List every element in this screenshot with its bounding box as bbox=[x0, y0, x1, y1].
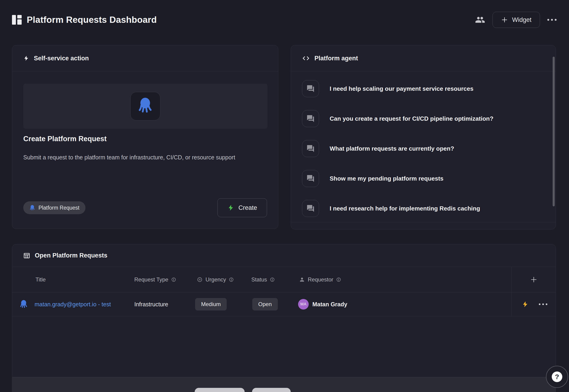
column-header-request-type[interactable]: Request Type bbox=[134, 276, 176, 283]
row-title-link[interactable]: matan.grady@getport.io - test bbox=[35, 301, 111, 308]
table-header-row: Title Request Type Urgency Status bbox=[12, 267, 556, 293]
agent-suggestion-item[interactable]: What platform requests are currently ope… bbox=[302, 134, 556, 164]
platform-request-chip-label: Platform Request bbox=[39, 205, 79, 211]
agent-suggestion-item[interactable]: Can you create a request for CI/CD pipel… bbox=[302, 104, 556, 134]
self-service-action-card: Self-service action Create bbox=[12, 45, 278, 229]
open-platform-requests-card: Open Platform Requests Title Request Typ… bbox=[12, 244, 556, 392]
status-badge: Open bbox=[252, 298, 278, 310]
info-icon[interactable] bbox=[336, 277, 341, 282]
topbar-actions: Widget bbox=[475, 12, 556, 28]
chat-bubble-icon[interactable] bbox=[302, 140, 319, 157]
page-title: Platform Requests Dashboard bbox=[27, 15, 157, 25]
row-menu-ellipsis-icon[interactable] bbox=[539, 304, 547, 305]
horizontal-scrollbar-thumb[interactable] bbox=[195, 388, 245, 392]
octopus-icon bbox=[19, 300, 28, 309]
horizontal-scrollbar-thumb[interactable] bbox=[252, 388, 291, 392]
agent-suggestion-list: I need help scaling our payment service … bbox=[291, 71, 556, 222]
column-label: Requestor bbox=[308, 276, 333, 283]
octopus-icon bbox=[29, 205, 35, 211]
column-header-urgency[interactable]: Urgency bbox=[197, 276, 234, 283]
vertical-scrollbar-thumb[interactable] bbox=[553, 57, 555, 206]
bolt-icon bbox=[23, 55, 29, 61]
chat-bubble-icon[interactable] bbox=[302, 80, 319, 97]
platform-agent-card: Platform agent I need help scaling our p… bbox=[291, 45, 556, 229]
self-service-card-header: Self-service action bbox=[12, 45, 278, 71]
radio-button-icon bbox=[197, 277, 203, 283]
table-card-title: Open Platform Requests bbox=[35, 252, 107, 259]
column-header-requestor[interactable]: Requestor bbox=[299, 276, 341, 283]
agent-suggestion-item[interactable]: I need research help for implementing Re… bbox=[302, 194, 556, 222]
create-button[interactable]: Create bbox=[217, 198, 267, 217]
action-banner bbox=[23, 84, 268, 129]
chat-bubble-icon[interactable] bbox=[302, 110, 319, 127]
agent-suggestion-item[interactable]: Show me my pending platform requests bbox=[302, 164, 556, 194]
requestor-name: Matan Grady bbox=[312, 301, 347, 308]
platform-requests-dashboard: Platform Requests Dashboard Widget Self-… bbox=[0, 0, 569, 392]
requestor-avatar: MA bbox=[298, 299, 309, 309]
octopus-icon bbox=[137, 97, 154, 115]
info-icon[interactable] bbox=[171, 277, 176, 282]
action-logo-tile bbox=[130, 92, 160, 120]
platform-request-chip[interactable]: Platform Request bbox=[23, 201, 85, 214]
topbar: Platform Requests Dashboard Widget bbox=[12, 8, 556, 31]
people-icon[interactable] bbox=[475, 15, 485, 25]
agent-suggestion-text: Show me my pending platform requests bbox=[330, 175, 443, 182]
action-title: Create Platform Request bbox=[23, 135, 107, 143]
column-header-title[interactable]: Title bbox=[35, 276, 46, 283]
question-mark-icon: ? bbox=[552, 372, 562, 382]
agent-suggestion-text: Can you create a request for CI/CD pipel… bbox=[330, 115, 493, 122]
person-icon bbox=[299, 277, 305, 283]
table-footer bbox=[12, 377, 556, 392]
row-request-type: Infrastructure bbox=[134, 301, 168, 308]
table-card-header: Open Platform Requests bbox=[12, 244, 556, 267]
agent-suggestion-item[interactable]: I need help scaling our payment service … bbox=[302, 74, 556, 104]
column-label: Title bbox=[35, 276, 46, 283]
platform-agent-card-header: Platform agent bbox=[291, 45, 556, 71]
info-icon[interactable] bbox=[229, 277, 234, 282]
page-menu-ellipsis-icon[interactable] bbox=[547, 19, 556, 21]
dashboard-icon bbox=[12, 15, 22, 25]
agent-suggestion-text: I need research help for implementing Re… bbox=[330, 205, 480, 212]
column-label: Urgency bbox=[205, 276, 226, 283]
urgency-badge: Medium bbox=[195, 298, 227, 310]
plus-icon bbox=[501, 16, 508, 23]
page-title-group: Platform Requests Dashboard bbox=[12, 15, 157, 25]
create-button-label: Create bbox=[238, 204, 257, 211]
code-icon bbox=[302, 54, 310, 62]
chat-bubble-icon[interactable] bbox=[302, 200, 319, 217]
info-icon[interactable] bbox=[270, 277, 275, 282]
add-widget-label: Widget bbox=[512, 16, 531, 24]
column-label: Status bbox=[251, 276, 267, 283]
help-button[interactable]: ? bbox=[546, 366, 568, 388]
add-column-button[interactable] bbox=[512, 267, 556, 292]
self-service-footer: Platform Request Create bbox=[23, 198, 267, 217]
chat-bubble-icon[interactable] bbox=[302, 170, 319, 187]
table-icon bbox=[23, 252, 30, 259]
column-header-status[interactable]: Status bbox=[251, 276, 275, 283]
agent-suggestion-text: I need help scaling our payment service … bbox=[330, 85, 473, 92]
bolt-icon bbox=[227, 204, 234, 211]
agent-suggestion-text: What platform requests are currently ope… bbox=[330, 145, 454, 152]
add-widget-button[interactable]: Widget bbox=[493, 12, 540, 28]
run-action-bolt-icon[interactable] bbox=[522, 301, 529, 308]
platform-agent-card-title: Platform agent bbox=[314, 55, 358, 62]
action-description: Submit a request to the platform team fo… bbox=[23, 153, 235, 162]
self-service-card-title: Self-service action bbox=[34, 55, 89, 62]
table-row: matan.grady@getport.io - test Infrastruc… bbox=[12, 292, 556, 316]
column-label: Request Type bbox=[134, 276, 168, 283]
